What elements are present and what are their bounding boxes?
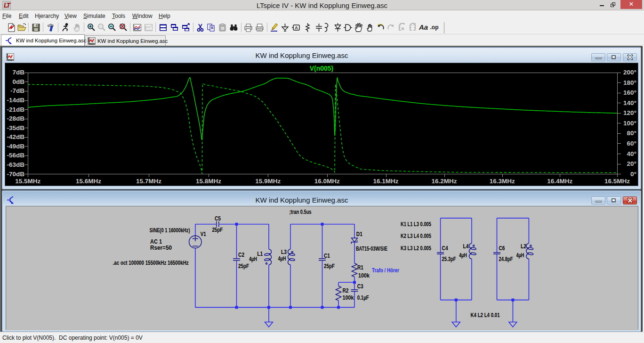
svg-text:-42dB: -42dB (7, 133, 24, 140)
svg-text:Aa: Aa (419, 23, 428, 31)
svg-text:C5: C5 (215, 215, 221, 222)
svg-text:SINE(0 1 16000kHz): SINE(0 1 16000kHz) (150, 227, 190, 234)
svg-text:K4 L2 L4 0.01: K4 L2 L4 0.01 (471, 312, 500, 318)
svg-text:40°: 40° (627, 150, 636, 157)
svg-text:25pF: 25pF (324, 263, 335, 270)
svg-text:0°: 0° (630, 171, 636, 178)
svg-text:R1: R1 (357, 264, 363, 271)
svg-text:Trafo / Hörer: Trafo / Hörer (372, 267, 399, 274)
svg-text:R2: R2 (343, 287, 349, 294)
svg-text:C3: C3 (357, 283, 363, 290)
svg-text:L1: L1 (257, 251, 263, 257)
svg-text:25pF: 25pF (212, 227, 223, 233)
svg-text:.op: .op (430, 24, 439, 31)
svg-text:7dB: 7dB (12, 69, 24, 76)
svg-text:-63dB: -63dB (7, 161, 24, 168)
svg-text:15.9MHz: 15.9MHz (255, 178, 281, 185)
svg-text:100k: 100k (343, 294, 354, 301)
svg-text:100°: 100° (623, 120, 636, 127)
svg-text:25pF: 25pF (238, 263, 249, 270)
svg-text:L3: L3 (281, 249, 287, 255)
svg-text:D1: D1 (356, 231, 362, 237)
svg-text:15.7MHz: 15.7MHz (136, 178, 161, 185)
svg-text:15.5MHz: 15.5MHz (15, 178, 40, 185)
svg-text:16.2MHz: 16.2MHz (431, 178, 457, 185)
svg-text:K3 L3 L2 0.005: K3 L3 L2 0.005 (401, 245, 431, 252)
svg-text:16.0MHz: 16.0MHz (314, 178, 340, 185)
svg-text:K2 L3 L4 0.005: K2 L3 L4 0.005 (401, 233, 431, 239)
svg-text:25.3pF: 25.3pF (442, 256, 456, 262)
svg-text:-7dB: -7dB (10, 87, 24, 94)
svg-text:C6: C6 (499, 245, 505, 252)
svg-text:-14dB: -14dB (7, 97, 24, 104)
svg-text:15.6MHz: 15.6MHz (76, 178, 101, 185)
svg-text:180°: 180° (623, 79, 636, 86)
svg-text:60°: 60° (627, 140, 636, 147)
svg-text:16.3MHz: 16.3MHz (490, 178, 515, 185)
svg-text:16.5MHz: 16.5MHz (604, 178, 630, 185)
svg-text:BAT15-03W/SIE: BAT15-03W/SIE (356, 245, 387, 252)
svg-text:0.1µF: 0.1µF (357, 294, 369, 301)
svg-text:-56dB: -56dB (7, 152, 24, 159)
svg-text:0dB: 0dB (12, 78, 24, 85)
svg-text:16.4MHz: 16.4MHz (547, 178, 572, 185)
svg-text:-49dB: -49dB (7, 143, 24, 150)
svg-text:V(n005): V(n005) (310, 65, 334, 72)
svg-text:C1: C1 (324, 253, 330, 259)
svg-text:C2: C2 (238, 252, 244, 258)
svg-text:15.8MHz: 15.8MHz (196, 178, 221, 185)
svg-text:-28dB: -28dB (7, 115, 24, 122)
svg-text:160°: 160° (623, 89, 636, 96)
svg-text:K1 L1 L3 0.005: K1 L1 L3 0.005 (401, 221, 431, 228)
svg-text:120°: 120° (623, 109, 636, 116)
svg-text:-35dB: -35dB (7, 124, 24, 131)
svg-text:Rser=50: Rser=50 (150, 245, 172, 251)
svg-text:4µH: 4µH (278, 255, 286, 262)
svg-text:V1: V1 (201, 231, 206, 237)
svg-text:L2: L2 (521, 243, 526, 250)
svg-text:140°: 140° (623, 99, 636, 106)
svg-text:C4: C4 (442, 245, 448, 252)
svg-text:-70dB: -70dB (7, 171, 24, 178)
svg-text:-21dB: -21dB (7, 106, 24, 113)
svg-text:16.1MHz: 16.1MHz (373, 178, 399, 185)
svg-text:24.8pF: 24.8pF (499, 256, 513, 262)
svg-text:200°: 200° (623, 69, 636, 76)
svg-text:.ac oct 100000 15500kHz 16500k: .ac oct 100000 15500kHz 16500kHz (113, 260, 189, 266)
svg-text:;tran 0.5us: ;tran 0.5us (290, 209, 312, 215)
svg-text:A: A (295, 25, 298, 30)
svg-text:100k: 100k (358, 272, 370, 279)
svg-text:4µH: 4µH (516, 252, 524, 259)
svg-text:80°: 80° (627, 130, 636, 137)
svg-text:L4: L4 (463, 243, 469, 250)
svg-text:4µH: 4µH (249, 256, 257, 262)
svg-text:4µH: 4µH (459, 252, 467, 259)
svg-text:20°: 20° (627, 160, 636, 167)
